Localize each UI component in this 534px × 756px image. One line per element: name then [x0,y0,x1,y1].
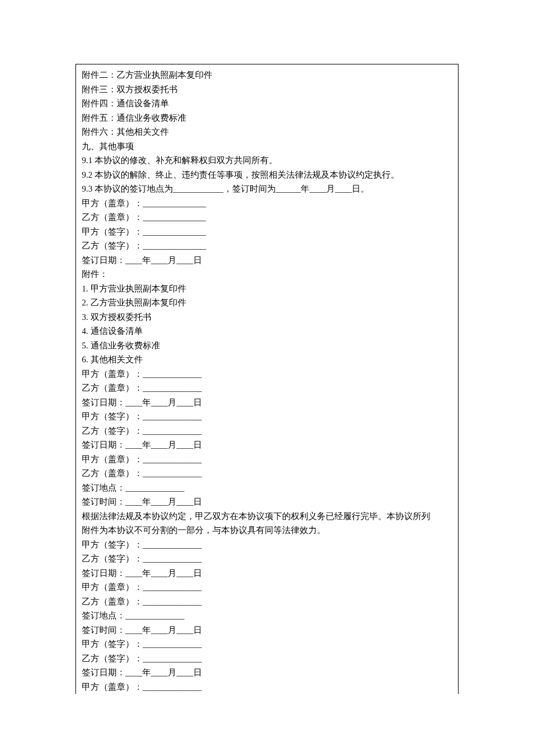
date-line: 签订日期：____年____月____日 [82,395,452,410]
paragraph-line: 附件为本协议不可分割的一部分，与本协议具有同等法律效力。 [82,523,452,538]
signature-line: 甲方（盖章）：______________ [82,580,452,595]
list-item: 6. 其他相关文件 [82,352,452,367]
signature-line: 甲方（签字）：______________ [82,538,452,552]
date-line: 签订日期：____年____月____日 [82,253,452,268]
document-page: 附件二：乙方营业执照副本复印件 附件三：双方授权委托书 附件四：通信设备清单 附… [75,64,459,694]
list-item: 5. 通信业务收费标准 [82,339,452,353]
signature-line: 乙方（盖章）：______________ [82,466,452,481]
text-line: 附件五：通信业务收费标准 [82,111,452,125]
date-line: 签订日期：____年____月____日 [82,438,452,452]
signature-line: 甲方（盖章）：______________ [82,680,452,694]
date-line: 签订时间：____年____月____日 [82,495,452,509]
signature-line: 甲方（签字）：_______________ [82,225,452,239]
signature-line: 甲方（盖章）：_______________ [82,196,452,211]
text-line: 9.1 本协议的修改、补充和解释权归双方共同所有。 [82,153,452,168]
signature-line: 乙方（签字）：______________ [82,424,452,438]
list-item: 4. 通信设备清单 [82,324,452,339]
text-line: 附件三：双方授权委托书 [82,82,452,97]
section-heading: 九、其他事项 [82,139,452,154]
text-line: 附件二：乙方营业执照副本复印件 [82,68,452,82]
list-item: 3. 双方授权委托书 [82,310,452,325]
signature-line: 甲方（盖章）：______________ [82,367,452,381]
date-line: 签订日期：____年____月____日 [82,566,452,581]
paragraph-line: 根据法律法规及本协议约定，甲乙双方在本协议项下的权利义务已经履行完毕。本协议所列 [82,509,452,524]
signature-line: 乙方（签字）：_______________ [82,239,452,253]
date-line: 签订时间：____年____月____日 [82,623,452,638]
text-line: 9.2 本协议的解除、终止、违约责任等事项，按照相关法律法规及本协议约定执行。 [82,168,452,182]
attachment-heading: 附件： [82,267,452,282]
text-line: 附件六：其他相关文件 [82,125,452,139]
text-line: 附件四：通信设备清单 [82,96,452,111]
list-item: 1. 甲方营业执照副本复印件 [82,282,452,296]
location-line: 签订地点：______________ [82,609,452,623]
signature-line: 乙方（盖章）：_______________ [82,210,452,225]
signature-line: 甲方（签字）：______________ [82,409,452,424]
location-line: 签订地点：______________ [82,481,452,495]
date-line: 签订日期：____年____月____日 [82,665,452,680]
signature-line: 乙方（签字）：______________ [82,651,452,666]
signature-line: 乙方（盖章）：______________ [82,595,452,609]
signature-line: 甲方（盖章）：______________ [82,452,452,467]
signature-line: 甲方（签字）：______________ [82,637,452,651]
text-line: 9.3 本协议的签订地点为____________，签订时间为______年__… [82,182,452,196]
signature-line: 乙方（签字）：______________ [82,552,452,566]
signature-line: 乙方（盖章）：______________ [82,381,452,395]
list-item: 2. 乙方营业执照副本复印件 [82,296,452,310]
